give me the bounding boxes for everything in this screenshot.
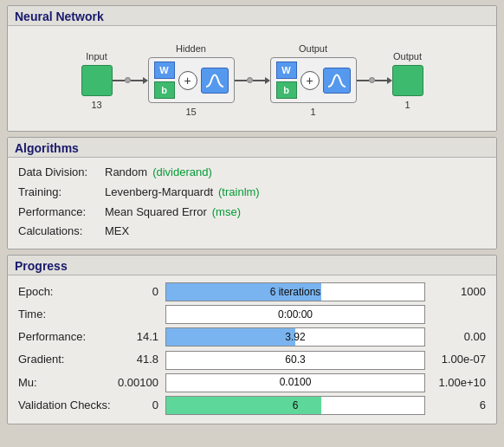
progress-row: Epoch: 0 6 iterations 1000 (18, 281, 486, 303)
algorithms-panel: Algorithms Data Division: Random (divide… (7, 137, 497, 249)
line3 (235, 80, 247, 81)
hidden-w-box: W (154, 62, 175, 79)
neural-network-title: Neural Network (8, 6, 496, 26)
neural-network-panel: Neural Network Input 13 Hidden (7, 5, 497, 132)
prog-start: 14.1 (113, 327, 165, 347)
progress-panel: Progress Epoch: 0 6 iterations 1000 Time… (7, 255, 497, 424)
algo-row: Data Division: Random (dividerand) (18, 163, 486, 183)
algo-row: Performance: Mean Squared Error (mse) (18, 203, 486, 223)
prog-bar-container: 6 (165, 396, 425, 415)
prog-start: 41.8 (113, 350, 165, 369)
prog-label: Epoch: (18, 282, 113, 301)
prog-start: 0 (113, 396, 165, 415)
prog-bar-container: 3.92 (165, 327, 425, 347)
input-layer-group: Input 13 (81, 51, 113, 110)
dot2 (247, 77, 253, 83)
prog-bar-text: 3.92 (285, 328, 305, 346)
nn-diagram-area: Input 13 Hidden W (8, 26, 496, 131)
algo-label: Calculations: (18, 223, 105, 241)
hidden-block-border: W b + (148, 57, 235, 103)
prog-bar-text: 60.3 (285, 351, 305, 368)
algorithms-content: Data Division: Random (dividerand) Train… (8, 158, 496, 249)
input-layer-number: 13 (91, 100, 101, 110)
progress-row: Performance: 14.1 3.92 0.00 (18, 326, 486, 348)
output-b-box: b (276, 81, 297, 99)
prog-bar-container: 6 iterations (165, 282, 425, 301)
algo-link: (mse) (212, 204, 241, 222)
prog-label: Time: (18, 305, 113, 324)
prog-bar-container: 60.3 (165, 351, 425, 370)
algo-label: Data Division: (18, 164, 105, 182)
hidden-sum: + (178, 71, 197, 90)
algo-row: Training: Levenberg-Marquardt (trainlm) (18, 183, 486, 203)
output-w-box: W (276, 62, 297, 79)
progress-row: Gradient: 41.8 60.3 1.00e-07 (18, 348, 486, 371)
prog-bar-container: 0:00:00 (165, 305, 425, 324)
hidden-block: Hidden W b + (148, 43, 235, 117)
algo-row: Calculations: MEX (18, 222, 486, 242)
algo-value: Random (105, 164, 147, 182)
progress-row: Mu: 0.00100 0.0100 1.00e+10 (18, 372, 486, 394)
prog-label: Gradient: (18, 350, 113, 369)
algo-label: Training: (18, 184, 105, 202)
prog-end: 0.00 (425, 327, 486, 347)
prog-bar-text: 0:00:00 (278, 306, 313, 323)
line4 (253, 80, 265, 81)
arrow-hidden-output (235, 77, 270, 84)
prog-end: 1.00e+10 (425, 373, 486, 392)
output-sigmoid (323, 68, 351, 94)
dot3 (369, 77, 375, 83)
algo-link: (dividerand) (152, 164, 212, 182)
hidden-label: Hidden (176, 43, 206, 54)
output-layer-block: Output W b + (270, 43, 357, 117)
prog-label: Mu: (18, 373, 113, 392)
dot1 (125, 77, 131, 83)
output-layer-number: 1 (310, 107, 315, 117)
output-box (392, 65, 423, 96)
prog-start: 0 (113, 282, 165, 301)
line5 (357, 80, 369, 81)
prog-label: Validation Checks: (18, 396, 113, 415)
algo-link: (trainlm) (218, 184, 260, 202)
nn-diagram: Input 13 Hidden W (22, 35, 482, 120)
prog-bar-text: 6 (293, 397, 299, 414)
prog-start: 0.00100 (113, 373, 165, 392)
prog-label: Performance: (18, 327, 113, 347)
prog-end: 6 (425, 396, 486, 415)
progress-row: Validation Checks: 0 6 6 (18, 394, 486, 417)
prog-bar-container: 0.0100 (165, 373, 425, 392)
output-group: Output 1 (392, 51, 423, 110)
prog-bar-text: 0.0100 (280, 373, 312, 391)
prog-bar-text: 6 iterations (270, 283, 321, 301)
algorithms-title: Algorithms (8, 138, 496, 158)
progress-title: Progress (8, 256, 496, 275)
algo-value: Mean Squared Error (105, 204, 207, 222)
hidden-sigmoid (201, 68, 229, 94)
prog-end: 1.00e-07 (425, 350, 486, 369)
output-final-number: 1 (404, 100, 410, 110)
hidden-b-box: b (154, 81, 175, 99)
output-layer-label: Output (299, 43, 327, 54)
line1 (113, 80, 125, 81)
output-sum: + (300, 71, 320, 90)
output-wb-stack: W b (276, 62, 297, 99)
output-final-label: Output (393, 51, 422, 62)
algo-value: Levenberg-Marquardt (105, 184, 213, 202)
hidden-layer-number: 15 (185, 107, 196, 117)
input-layer-label: Input (86, 51, 107, 62)
input-box (81, 65, 113, 96)
line2 (131, 80, 143, 81)
prog-bar-fill (166, 328, 295, 346)
algo-value: MEX (105, 223, 129, 241)
prog-end: 1000 (425, 282, 486, 301)
line6 (375, 80, 387, 81)
progress-row: Time: 0:00:00 (18, 303, 486, 326)
progress-content: Epoch: 0 6 iterations 1000 Time: 0:00:00… (8, 275, 496, 424)
algo-label: Performance: (18, 204, 105, 222)
output-block-border: W b + (270, 57, 357, 103)
arrow-input-hidden (113, 77, 148, 84)
arrow-output-final (357, 77, 392, 84)
hidden-wb-stack: W b (154, 62, 175, 99)
